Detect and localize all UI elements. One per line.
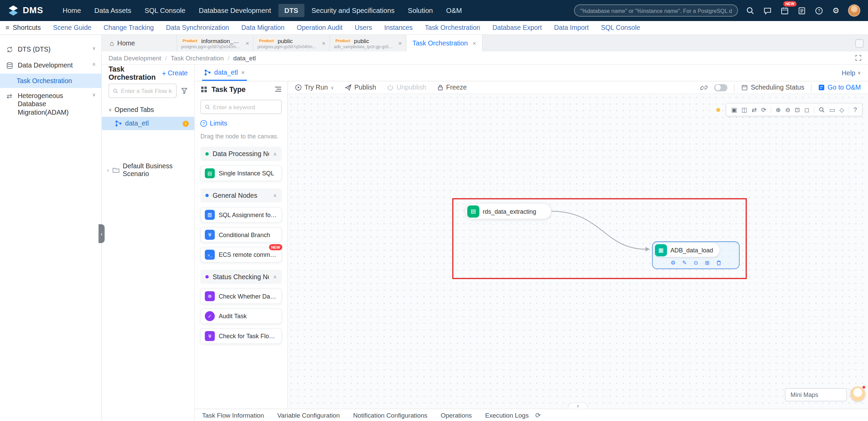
opened-tab-data-etl[interactable]: data_etl ! bbox=[102, 117, 194, 130]
go-to-om-button[interactable]: Go to O&M bbox=[818, 83, 861, 91]
section-data-processing[interactable]: Data Processing Nodes ∧ bbox=[200, 147, 282, 161]
marquee-select-icon[interactable]: ◻ bbox=[804, 107, 809, 113]
node-delete-icon[interactable] bbox=[716, 260, 721, 266]
scheduling-status-button[interactable]: Scheduling Status bbox=[741, 83, 805, 91]
nav-item-sql-console[interactable]: SQL Console bbox=[138, 4, 191, 17]
tab-product-1[interactable]: Product information_sche... postgres.pgm… bbox=[177, 35, 253, 52]
tab-variable-configuration[interactable]: Variable Configuration bbox=[277, 412, 340, 419]
fullscreen-icon[interactable] bbox=[855, 55, 861, 61]
section-general-nodes[interactable]: General Nodes ∧ bbox=[200, 188, 282, 203]
tag-icon[interactable]: ◇ bbox=[840, 107, 844, 113]
node-adb-data-load-selection[interactable]: ▦ ADB_data_load ⚙ ✎ ⊙ ⊞ bbox=[652, 242, 740, 269]
nav-item-dts[interactable]: DTS bbox=[278, 4, 304, 17]
link-icon[interactable] bbox=[700, 84, 708, 91]
toggle-switch[interactable] bbox=[714, 84, 728, 91]
node-add-icon[interactable]: ⊞ bbox=[705, 260, 710, 266]
subnav-data-synchronization[interactable]: Data Synchronization bbox=[166, 24, 229, 32]
user-avatar[interactable] bbox=[848, 4, 860, 17]
sidebar-item-dts[interactable]: DTS (DTS) ∨ bbox=[0, 41, 101, 57]
dms-logo[interactable]: DMS bbox=[8, 5, 43, 16]
node-adb-data-load[interactable]: ▦ ADB_data_load bbox=[654, 243, 719, 257]
tab-home[interactable]: ⌂ Home bbox=[102, 35, 177, 52]
shortcuts-button[interactable]: ≡ Shortcuts bbox=[5, 24, 41, 32]
close-icon[interactable]: × bbox=[472, 40, 476, 46]
snapshot-icon[interactable]: ▣ bbox=[731, 107, 737, 113]
docs-icon[interactable] bbox=[796, 5, 806, 15]
global-search[interactable] bbox=[574, 4, 738, 17]
close-icon[interactable]: × bbox=[241, 69, 245, 76]
shape-icon[interactable]: ▭ bbox=[829, 107, 835, 113]
calendar-icon[interactable]: NEW bbox=[779, 5, 789, 15]
search-icon[interactable] bbox=[819, 107, 825, 113]
nav-item-database-development[interactable]: Database Development bbox=[193, 4, 277, 17]
nav-item-solution[interactable]: Solution bbox=[402, 4, 439, 17]
help-icon[interactable]: ? bbox=[814, 5, 824, 15]
refresh-icon[interactable]: ⟳ bbox=[761, 107, 766, 113]
flow-canvas[interactable]: ▣ ◫ ⇄ ⟳ ⊕ ⊖ ⊡ ◻ bbox=[288, 94, 868, 408]
close-icon[interactable]: × bbox=[246, 40, 249, 46]
node-settings-icon[interactable]: ⚙ bbox=[671, 260, 676, 266]
task-type-search-input[interactable] bbox=[213, 103, 277, 110]
tab-execution-logs[interactable]: Execution Logs bbox=[485, 412, 528, 419]
node-run-icon[interactable]: ⊙ bbox=[694, 260, 698, 266]
nav-item-om[interactable]: O&M bbox=[440, 4, 468, 17]
subnav-scene-guide[interactable]: Scene Guide bbox=[53, 24, 91, 32]
close-icon[interactable]: × bbox=[322, 40, 326, 46]
taskflow-search[interactable] bbox=[109, 83, 177, 98]
close-icon[interactable]: × bbox=[398, 40, 402, 46]
subnav-operation-audit[interactable]: Operation Audit bbox=[297, 24, 343, 32]
section-status-checking[interactable]: Status Checking Nodes ∧ bbox=[200, 270, 282, 284]
node-check-data-exists[interactable]: ⊕ Check Whether Data Exists in ... bbox=[200, 288, 282, 304]
gear-icon[interactable]: ⚙ bbox=[831, 5, 841, 15]
tab-task-orchestration[interactable]: Task Orchestration × bbox=[406, 35, 483, 52]
sidebar-item-data-development[interactable]: Data Development ∧ bbox=[0, 58, 101, 74]
node-check-taskflow-dependency[interactable]: ⋔ Check for Task Flow Depend... bbox=[200, 328, 282, 344]
publish-button[interactable]: Publish bbox=[345, 83, 376, 91]
tab-product-3[interactable]: Product public adb_sampledata_tpch:gp-gs… bbox=[330, 35, 406, 52]
global-search-input[interactable] bbox=[580, 7, 732, 14]
subnav-data-import[interactable]: Data Import bbox=[554, 24, 589, 32]
flow-tab-data-etl[interactable]: data_etl × bbox=[202, 65, 247, 81]
zoom-out-icon[interactable]: ⊖ bbox=[785, 107, 790, 113]
subnav-users[interactable]: Users bbox=[355, 24, 372, 32]
node-edit-icon[interactable]: ✎ bbox=[682, 260, 687, 266]
nav-item-data-assets[interactable]: Data Assets bbox=[88, 4, 137, 17]
fit-view-icon[interactable]: ⊡ bbox=[795, 107, 800, 113]
node-single-instance-sql[interactable]: ▤ Single Instance SQL bbox=[200, 166, 282, 181]
sidebar-item-adam[interactable]: ⇄ Heterogeneous Database Migration(ADAM)… bbox=[0, 88, 101, 120]
subnav-change-tracking[interactable]: Change Tracking bbox=[103, 24, 154, 32]
zoom-in-icon[interactable]: ⊕ bbox=[776, 107, 781, 113]
nav-item-security[interactable]: Security and Specifications bbox=[305, 4, 401, 17]
limits-link[interactable]: ? Limits bbox=[200, 120, 282, 128]
node-rds-data-extracting[interactable]: ▤ rds_data_extracting bbox=[465, 203, 552, 219]
opened-tabs-section[interactable]: ∨ Opened Tabs bbox=[102, 102, 194, 117]
grid-icon[interactable] bbox=[200, 85, 208, 93]
nav-item-home[interactable]: Home bbox=[57, 4, 87, 17]
help-icon[interactable]: ? bbox=[853, 107, 857, 113]
unpublish-button[interactable]: Unpublish bbox=[387, 83, 426, 91]
tab-operations[interactable]: Operations bbox=[441, 412, 472, 419]
bottom-panel-handle[interactable]: ∧ bbox=[568, 402, 588, 408]
list-view-icon[interactable] bbox=[274, 86, 282, 92]
help-dropdown[interactable]: Help ∨ bbox=[842, 65, 861, 81]
task-type-search[interactable] bbox=[200, 100, 282, 114]
tab-list-icon[interactable] bbox=[855, 39, 863, 47]
message-icon[interactable] bbox=[762, 5, 772, 15]
subnav-data-migration[interactable]: Data Migration bbox=[241, 24, 284, 32]
refresh-icon[interactable]: ⟳ bbox=[535, 412, 541, 419]
assistant-widget[interactable] bbox=[850, 386, 865, 401]
breadcrumb-data-development[interactable]: Data Development bbox=[109, 55, 161, 61]
freeze-button[interactable]: Freeze bbox=[437, 83, 467, 91]
breadcrumb-task-orchestration[interactable]: Task Orchestration bbox=[171, 55, 224, 61]
node-ecs-remote-commands[interactable]: >_ ECS remote commands NEW bbox=[200, 247, 282, 263]
sidebar-collapse-handle[interactable]: ‹ bbox=[98, 224, 104, 243]
tab-notification-configurations[interactable]: Notification Configurations bbox=[353, 412, 427, 419]
tab-product-2[interactable]: Product public postgres.pgm-gs587q0x040m… bbox=[253, 35, 330, 52]
tab-task-flow-information[interactable]: Task Flow Information bbox=[202, 412, 264, 419]
subnav-sql-console[interactable]: SQL Console bbox=[601, 24, 640, 32]
mini-maps[interactable]: Mini Maps bbox=[785, 388, 847, 401]
subnav-task-orchestration[interactable]: Task Orchestration bbox=[425, 24, 480, 32]
create-button[interactable]: + Create bbox=[162, 69, 188, 77]
scenario-folder[interactable]: › Default Business Scenario bbox=[102, 159, 194, 181]
subnav-database-export[interactable]: Database Export bbox=[493, 24, 542, 32]
